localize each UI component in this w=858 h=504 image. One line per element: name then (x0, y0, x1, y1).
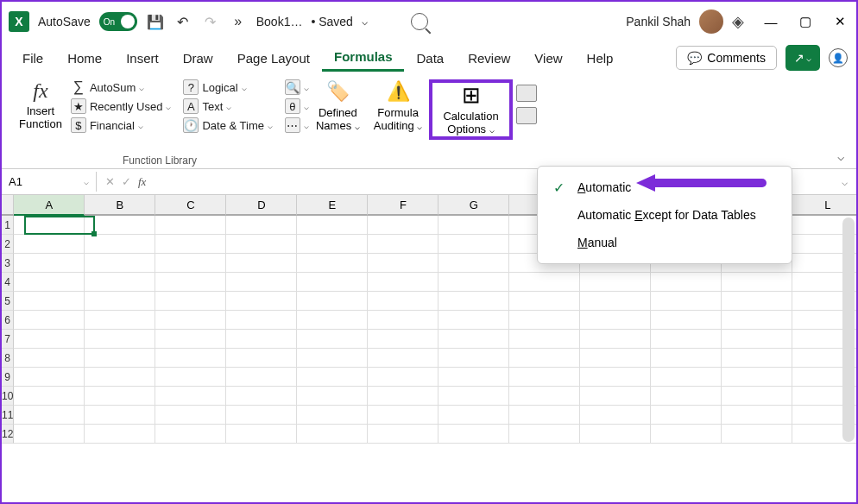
cell[interactable] (85, 349, 155, 368)
cell[interactable] (368, 254, 438, 273)
col-header[interactable]: D (226, 195, 297, 216)
row-header[interactable]: 1 (2, 216, 14, 235)
qat-overflow-icon[interactable]: » (229, 12, 248, 31)
recently-used-button[interactable]: ★Recently Used⌵ (71, 98, 172, 114)
document-name[interactable]: Book1… (256, 15, 303, 28)
col-header[interactable]: G (438, 195, 509, 216)
cell[interactable] (14, 235, 85, 254)
autosum-button[interactable]: ∑AutoSum⌵ (71, 79, 172, 95)
cancel-icon[interactable]: ✕ (105, 175, 115, 189)
cell[interactable] (226, 292, 297, 311)
cell[interactable] (297, 292, 368, 311)
saved-chevron[interactable]: ⌵ (362, 16, 368, 28)
cell[interactable] (438, 292, 509, 311)
cell[interactable] (14, 292, 85, 311)
cell[interactable] (722, 368, 792, 387)
cell[interactable] (722, 330, 792, 349)
cell[interactable] (155, 292, 226, 311)
cell[interactable] (85, 292, 155, 311)
cell[interactable] (226, 425, 297, 444)
cell[interactable] (297, 273, 368, 292)
cell[interactable] (297, 311, 368, 330)
select-all-corner[interactable] (2, 195, 14, 216)
calculate-sheet-button[interactable] (516, 107, 537, 124)
row-header[interactable]: 5 (2, 292, 14, 311)
cell[interactable] (580, 387, 651, 406)
cell[interactable] (155, 235, 226, 254)
cell[interactable] (226, 216, 297, 235)
cell[interactable] (580, 406, 651, 425)
tab-view[interactable]: View (522, 46, 574, 71)
vertical-scrollbar[interactable] (842, 217, 855, 442)
cell[interactable] (438, 406, 509, 425)
cell[interactable] (509, 292, 580, 311)
cell[interactable] (85, 216, 155, 235)
cell[interactable] (580, 273, 651, 292)
cell[interactable] (722, 273, 792, 292)
cell[interactable] (509, 311, 580, 330)
cell[interactable] (368, 292, 438, 311)
cell[interactable] (14, 216, 85, 235)
cell[interactable] (297, 349, 368, 368)
premium-icon[interactable]: ◈ (732, 12, 744, 31)
cell[interactable] (368, 349, 438, 368)
cell[interactable] (14, 425, 85, 444)
cell[interactable] (155, 387, 226, 406)
cell[interactable] (509, 425, 580, 444)
saved-status[interactable]: • Saved (311, 15, 353, 28)
math-button[interactable]: θ⌵ (285, 98, 309, 114)
cell[interactable] (368, 425, 438, 444)
account-button[interactable]: 👤 (829, 48, 848, 67)
calculation-options-button[interactable]: ⊞ Calculation Options ⌵ (436, 83, 505, 136)
cell[interactable] (651, 330, 722, 349)
cell[interactable] (368, 368, 438, 387)
cell[interactable] (580, 330, 651, 349)
user-name[interactable]: Pankil Shah (626, 15, 691, 28)
cell[interactable] (155, 273, 226, 292)
cell[interactable] (226, 387, 297, 406)
cell[interactable] (580, 349, 651, 368)
cell[interactable] (85, 387, 155, 406)
tab-formulas[interactable]: Formulas (322, 44, 405, 72)
cell[interactable] (651, 273, 722, 292)
cell[interactable] (85, 273, 155, 292)
cell[interactable] (722, 406, 792, 425)
menu-item-auto-except[interactable]: Automatic Except for Data Tables (538, 201, 792, 229)
cell[interactable] (14, 330, 85, 349)
col-header[interactable]: B (85, 195, 155, 216)
cell[interactable] (14, 406, 85, 425)
cell[interactable] (226, 273, 297, 292)
cell[interactable] (509, 330, 580, 349)
cell[interactable] (155, 349, 226, 368)
undo-icon[interactable]: ↶ (173, 12, 192, 31)
cell[interactable] (580, 292, 651, 311)
cell[interactable] (368, 406, 438, 425)
cell[interactable] (297, 387, 368, 406)
lookup-button[interactable]: 🔍⌵ (285, 79, 309, 95)
cell[interactable] (297, 235, 368, 254)
col-header[interactable]: L (792, 195, 858, 216)
share-button[interactable]: ↗ ⌵ (785, 45, 820, 71)
name-box[interactable]: A1 ⌵ (2, 172, 97, 192)
logical-button[interactable]: ?Logical⌵ (183, 79, 273, 95)
cell[interactable] (368, 330, 438, 349)
cell[interactable] (14, 349, 85, 368)
cell[interactable] (226, 235, 297, 254)
menu-item-manual[interactable]: Manual (538, 229, 792, 256)
cell[interactable] (155, 330, 226, 349)
cell[interactable] (226, 330, 297, 349)
cell[interactable] (85, 235, 155, 254)
cell[interactable] (722, 425, 792, 444)
cell[interactable] (651, 425, 722, 444)
cell[interactable] (226, 349, 297, 368)
user-avatar[interactable] (699, 9, 723, 34)
cell[interactable] (226, 368, 297, 387)
col-header[interactable]: C (155, 195, 226, 216)
cell[interactable] (14, 273, 85, 292)
col-header[interactable]: F (368, 195, 438, 216)
cell[interactable] (297, 425, 368, 444)
cell[interactable] (438, 425, 509, 444)
cell[interactable] (651, 406, 722, 425)
tab-draw[interactable]: Draw (171, 46, 225, 71)
cell[interactable] (226, 254, 297, 273)
